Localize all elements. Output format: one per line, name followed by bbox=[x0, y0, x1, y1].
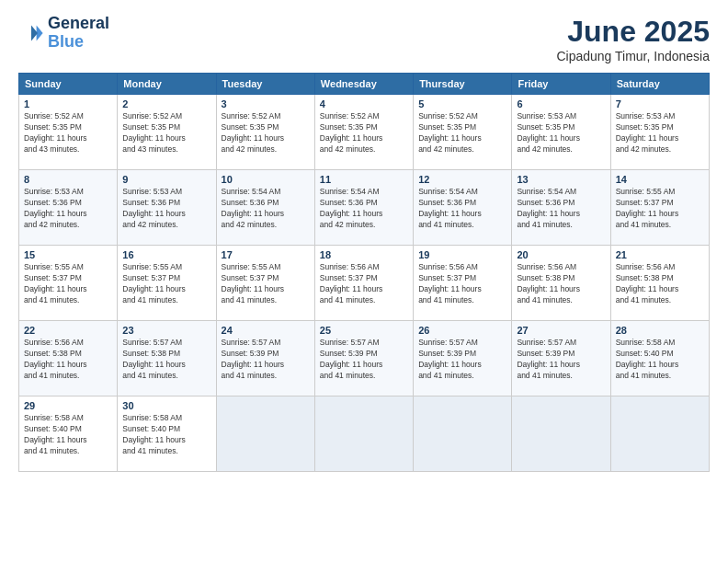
day-number: 23 bbox=[122, 325, 210, 336]
day-number: 18 bbox=[320, 249, 408, 260]
day-number: 25 bbox=[320, 325, 408, 336]
table-row: 12Sunrise: 5:54 AM Sunset: 5:36 PM Dayli… bbox=[414, 170, 512, 246]
day-number: 30 bbox=[122, 400, 210, 411]
table-row: 19Sunrise: 5:56 AM Sunset: 5:37 PM Dayli… bbox=[414, 246, 512, 321]
day-info: Sunrise: 5:56 AM Sunset: 5:38 PM Dayligh… bbox=[616, 262, 704, 306]
day-info: Sunrise: 5:53 AM Sunset: 5:36 PM Dayligh… bbox=[122, 187, 210, 231]
day-number: 14 bbox=[616, 174, 704, 185]
day-info: Sunrise: 5:53 AM Sunset: 5:35 PM Dayligh… bbox=[616, 111, 704, 155]
day-number: 10 bbox=[222, 174, 310, 185]
table-row: 20Sunrise: 5:56 AM Sunset: 5:38 PM Dayli… bbox=[512, 246, 610, 321]
logo-text: General Blue bbox=[48, 15, 109, 52]
day-info: Sunrise: 5:57 AM Sunset: 5:38 PM Dayligh… bbox=[122, 338, 210, 382]
day-info: Sunrise: 5:56 AM Sunset: 5:37 PM Dayligh… bbox=[320, 262, 408, 306]
table-row: 18Sunrise: 5:56 AM Sunset: 5:37 PM Dayli… bbox=[314, 246, 413, 321]
table-row: 9Sunrise: 5:53 AM Sunset: 5:36 PM Daylig… bbox=[118, 170, 216, 246]
day-info: Sunrise: 5:54 AM Sunset: 5:36 PM Dayligh… bbox=[418, 187, 506, 231]
table-row: 1Sunrise: 5:52 AM Sunset: 5:35 PM Daylig… bbox=[19, 95, 118, 170]
day-info: Sunrise: 5:57 AM Sunset: 5:39 PM Dayligh… bbox=[418, 338, 506, 382]
table-row bbox=[314, 396, 413, 472]
day-number: 2 bbox=[122, 98, 210, 109]
table-row: 14Sunrise: 5:55 AM Sunset: 5:37 PM Dayli… bbox=[610, 170, 709, 246]
day-info: Sunrise: 5:53 AM Sunset: 5:36 PM Dayligh… bbox=[24, 187, 112, 231]
day-number: 6 bbox=[517, 98, 605, 109]
table-row bbox=[414, 396, 512, 472]
table-row: 26Sunrise: 5:57 AM Sunset: 5:39 PM Dayli… bbox=[414, 321, 512, 396]
day-number: 15 bbox=[24, 249, 112, 260]
calendar-table: Sunday Monday Tuesday Wednesday Thursday… bbox=[18, 73, 710, 472]
calendar-week-row: 8Sunrise: 5:53 AM Sunset: 5:36 PM Daylig… bbox=[19, 170, 710, 246]
table-row: 21Sunrise: 5:56 AM Sunset: 5:38 PM Dayli… bbox=[610, 246, 709, 321]
table-row: 16Sunrise: 5:55 AM Sunset: 5:37 PM Dayli… bbox=[118, 246, 216, 321]
month-title: June 2025 bbox=[556, 15, 710, 49]
day-number: 13 bbox=[517, 174, 605, 185]
table-row: 5Sunrise: 5:52 AM Sunset: 5:35 PM Daylig… bbox=[414, 95, 512, 170]
day-info: Sunrise: 5:54 AM Sunset: 5:36 PM Dayligh… bbox=[517, 187, 605, 231]
day-number: 4 bbox=[320, 98, 408, 109]
day-number: 7 bbox=[616, 98, 704, 109]
day-info: Sunrise: 5:55 AM Sunset: 5:37 PM Dayligh… bbox=[122, 262, 210, 306]
day-number: 5 bbox=[418, 98, 506, 109]
day-number: 16 bbox=[122, 249, 210, 260]
table-row: 23Sunrise: 5:57 AM Sunset: 5:38 PM Dayli… bbox=[118, 321, 216, 396]
day-number: 22 bbox=[24, 325, 112, 336]
col-monday: Monday bbox=[118, 74, 216, 95]
day-info: Sunrise: 5:58 AM Sunset: 5:40 PM Dayligh… bbox=[122, 413, 210, 457]
logo-line2: Blue bbox=[48, 33, 109, 52]
day-info: Sunrise: 5:52 AM Sunset: 5:35 PM Dayligh… bbox=[122, 111, 210, 155]
calendar-week-row: 15Sunrise: 5:55 AM Sunset: 5:37 PM Dayli… bbox=[19, 246, 710, 321]
calendar-week-row: 1Sunrise: 5:52 AM Sunset: 5:35 PM Daylig… bbox=[19, 95, 710, 170]
col-tuesday: Tuesday bbox=[216, 74, 314, 95]
day-number: 1 bbox=[24, 98, 112, 109]
table-row: 30Sunrise: 5:58 AM Sunset: 5:40 PM Dayli… bbox=[118, 396, 216, 472]
col-sunday: Sunday bbox=[19, 74, 118, 95]
day-info: Sunrise: 5:52 AM Sunset: 5:35 PM Dayligh… bbox=[222, 111, 310, 155]
col-saturday: Saturday bbox=[610, 74, 709, 95]
logo-line1: General bbox=[48, 15, 109, 33]
day-number: 27 bbox=[517, 325, 605, 336]
day-info: Sunrise: 5:55 AM Sunset: 5:37 PM Dayligh… bbox=[222, 262, 310, 306]
logo: General Blue bbox=[18, 15, 109, 52]
calendar-week-row: 22Sunrise: 5:56 AM Sunset: 5:38 PM Dayli… bbox=[19, 321, 710, 396]
day-info: Sunrise: 5:54 AM Sunset: 5:36 PM Dayligh… bbox=[222, 187, 310, 231]
day-info: Sunrise: 5:55 AM Sunset: 5:37 PM Dayligh… bbox=[616, 187, 704, 231]
day-info: Sunrise: 5:58 AM Sunset: 5:40 PM Dayligh… bbox=[616, 338, 704, 382]
table-row: 27Sunrise: 5:57 AM Sunset: 5:39 PM Dayli… bbox=[512, 321, 610, 396]
logo-icon bbox=[18, 20, 44, 46]
day-info: Sunrise: 5:52 AM Sunset: 5:35 PM Dayligh… bbox=[24, 111, 112, 155]
col-friday: Friday bbox=[512, 74, 610, 95]
table-row: 11Sunrise: 5:54 AM Sunset: 5:36 PM Dayli… bbox=[314, 170, 413, 246]
table-row: 25Sunrise: 5:57 AM Sunset: 5:39 PM Dayli… bbox=[314, 321, 413, 396]
day-number: 11 bbox=[320, 174, 408, 185]
title-block: June 2025 Cipadung Timur, Indonesia bbox=[556, 15, 710, 63]
day-number: 9 bbox=[122, 174, 210, 185]
calendar-week-row: 29Sunrise: 5:58 AM Sunset: 5:40 PM Dayli… bbox=[19, 396, 710, 472]
day-number: 8 bbox=[24, 174, 112, 185]
day-info: Sunrise: 5:57 AM Sunset: 5:39 PM Dayligh… bbox=[222, 338, 310, 382]
day-number: 17 bbox=[222, 249, 310, 260]
table-row: 2Sunrise: 5:52 AM Sunset: 5:35 PM Daylig… bbox=[118, 95, 216, 170]
day-info: Sunrise: 5:56 AM Sunset: 5:38 PM Dayligh… bbox=[24, 338, 112, 382]
table-row: 17Sunrise: 5:55 AM Sunset: 5:37 PM Dayli… bbox=[216, 246, 314, 321]
day-number: 12 bbox=[418, 174, 506, 185]
day-info: Sunrise: 5:52 AM Sunset: 5:35 PM Dayligh… bbox=[320, 111, 408, 155]
day-number: 20 bbox=[517, 249, 605, 260]
calendar-header-row: Sunday Monday Tuesday Wednesday Thursday… bbox=[19, 74, 710, 95]
day-number: 3 bbox=[222, 98, 310, 109]
day-info: Sunrise: 5:53 AM Sunset: 5:35 PM Dayligh… bbox=[517, 111, 605, 155]
table-row: 7Sunrise: 5:53 AM Sunset: 5:35 PM Daylig… bbox=[610, 95, 709, 170]
table-row bbox=[512, 396, 610, 472]
day-number: 19 bbox=[418, 249, 506, 260]
day-number: 29 bbox=[24, 400, 112, 411]
table-row: 4Sunrise: 5:52 AM Sunset: 5:35 PM Daylig… bbox=[314, 95, 413, 170]
table-row: 28Sunrise: 5:58 AM Sunset: 5:40 PM Dayli… bbox=[610, 321, 709, 396]
table-row: 15Sunrise: 5:55 AM Sunset: 5:37 PM Dayli… bbox=[19, 246, 118, 321]
day-number: 28 bbox=[616, 325, 704, 336]
day-info: Sunrise: 5:55 AM Sunset: 5:37 PM Dayligh… bbox=[24, 262, 112, 306]
col-wednesday: Wednesday bbox=[314, 74, 413, 95]
day-number: 26 bbox=[418, 325, 506, 336]
table-row: 24Sunrise: 5:57 AM Sunset: 5:39 PM Dayli… bbox=[216, 321, 314, 396]
day-number: 24 bbox=[222, 325, 310, 336]
col-thursday: Thursday bbox=[414, 74, 512, 95]
day-info: Sunrise: 5:56 AM Sunset: 5:37 PM Dayligh… bbox=[418, 262, 506, 306]
